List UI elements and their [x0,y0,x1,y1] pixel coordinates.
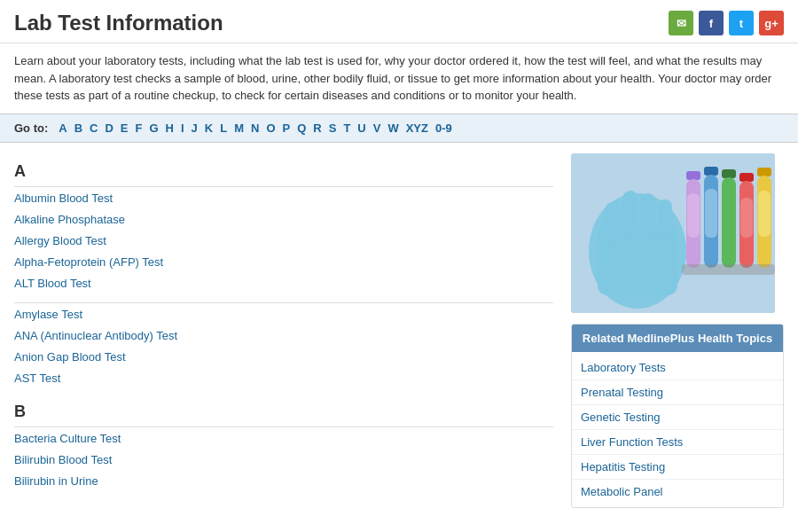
list-item: Genetic Testing [572,405,783,430]
social-icons-group: ✉ f t g+ [669,11,784,35]
related-topics-list: Laboratory Tests Prenatal Testing Geneti… [572,352,783,507]
svg-rect-14 [722,177,736,268]
page-header: Lab Test Information ✉ f t g+ [0,0,798,43]
related-link-genetic[interactable]: Genetic Testing [572,405,783,429]
related-link-liver[interactable]: Liver Function Tests [572,430,783,454]
list-item: Bilirubin in Urine [14,470,553,491]
goto-label: Go to: [14,121,48,135]
nav-letter-q[interactable]: Q [297,121,306,135]
facebook-share-button[interactable]: f [699,11,724,35]
svg-rect-12 [705,189,717,238]
list-item: AST Test [14,367,553,388]
list-item: Laboratory Tests [572,356,783,380]
list-item: Albumin Blood Test [14,187,553,208]
list-item: Alpha-Fetoprotein (AFP) Test [14,251,553,272]
nav-letter-h[interactable]: H [166,121,174,135]
list-item: ANA (Antinuclear Antibody) Test [14,325,553,346]
nav-letter-w[interactable]: W [387,121,398,135]
svg-rect-15 [739,173,754,182]
svg-rect-7 [686,171,700,180]
nav-letter-p[interactable]: P [283,121,291,135]
list-item: Anion Gap Blood Test [14,346,553,367]
alphabet-navigation: Go to: A B C D E F G H I J K L M N O P Q… [0,113,798,143]
nav-letter-j[interactable]: J [192,121,198,135]
test-link-allergy[interactable]: Allergy Blood Test [14,234,106,247]
svg-rect-18 [757,168,771,176]
nav-letter-c[interactable]: C [90,121,98,135]
nav-letter-s[interactable]: S [329,121,337,135]
related-topics-box: Related MedlinePlus Health Topics Labora… [571,324,784,508]
twitter-share-button[interactable]: t [729,11,754,35]
svg-rect-4 [622,191,638,239]
test-link-bilirubin-urine[interactable]: Bilirubin in Urine [14,474,98,488]
section-b-heading: B [14,403,553,421]
list-item: Prenatal Testing [572,380,783,405]
nav-letter-i[interactable]: I [181,121,184,135]
nav-letter-09[interactable]: 0-9 [435,121,452,135]
nav-letter-l[interactable]: L [220,121,227,135]
right-sidebar: Related MedlinePlus Health Topics Labora… [571,153,784,508]
test-link-bilirubin-blood[interactable]: Bilirubin Blood Test [14,453,112,466]
related-link-laboratory[interactable]: Laboratory Tests [572,356,783,379]
test-link-ast[interactable]: AST Test [14,372,60,385]
nav-letter-g[interactable]: G [149,121,158,135]
lab-image [571,153,775,313]
nav-letter-u[interactable]: U [357,121,365,135]
page-description: Learn about your laboratory tests, inclu… [0,43,798,113]
list-item: Amylase Test [14,303,553,325]
list-item: Liver Function Tests [572,430,783,455]
list-item: Metabolic Panel [572,480,783,504]
svg-rect-9 [687,193,700,238]
nav-letter-k[interactable]: K [205,121,213,135]
section-a-list: Albumin Blood Test Alkaline Phosphatase … [14,186,553,293]
test-link-alkaline[interactable]: Alkaline Phosphatase [14,213,125,226]
list-item: Hepatitis Testing [572,455,783,480]
section-b-list: Bacteria Culture Test Bilirubin Blood Te… [14,426,553,491]
list-item: ALT Blood Test [14,272,553,293]
nav-letter-r[interactable]: R [313,121,321,135]
test-link-bacteria[interactable]: Bacteria Culture Test [14,432,121,445]
related-topics-header: Related MedlinePlus Health Topics [572,325,783,352]
nav-letter-o[interactable]: O [266,121,275,135]
related-link-hepatitis[interactable]: Hepatitis Testing [572,455,783,479]
nav-letter-a[interactable]: A [59,121,66,135]
svg-rect-17 [740,198,753,238]
nav-letter-d[interactable]: D [105,121,113,135]
list-item: Allergy Blood Test [14,230,553,251]
main-layout: A Albumin Blood Test Alkaline Phosphatas… [0,153,798,508]
svg-rect-6 [658,200,672,240]
section-a-heading: A [14,162,553,181]
list-item: Bacteria Culture Test [14,427,553,449]
test-link-albumin[interactable]: Albumin Blood Test [14,192,113,205]
svg-rect-20 [758,191,771,237]
nav-letter-e[interactable]: E [121,121,129,135]
related-link-metabolic[interactable]: Metabolic Panel [572,480,783,504]
svg-rect-3 [605,202,621,242]
nav-letter-t[interactable]: T [343,121,350,135]
svg-rect-10 [704,167,718,176]
test-link-ana[interactable]: ANA (Antinuclear Antibody) Test [14,329,177,342]
test-link-afp[interactable]: Alpha-Fetoprotein (AFP) Test [14,255,163,269]
list-item: Alkaline Phosphatase [14,208,553,230]
list-item: Bilirubin Blood Test [14,449,553,470]
svg-rect-21 [682,264,775,275]
related-link-prenatal[interactable]: Prenatal Testing [572,380,783,404]
page-title: Lab Test Information [14,11,223,35]
googleplus-share-button[interactable]: g+ [759,11,784,35]
svg-rect-13 [722,169,736,178]
nav-letter-b[interactable]: B [74,121,82,135]
nav-letter-xyz[interactable]: XYZ [406,121,428,135]
nav-letter-m[interactable]: M [234,121,244,135]
test-link-amylase[interactable]: Amylase Test [14,308,82,321]
email-share-button[interactable]: ✉ [669,11,693,35]
nav-letter-f[interactable]: F [136,121,143,135]
test-link-anion[interactable]: Anion Gap Blood Test [14,350,126,364]
nav-letter-v[interactable]: V [373,121,381,135]
test-link-alt[interactable]: ALT Blood Test [14,277,91,290]
test-list-section: A Albumin Blood Test Alkaline Phosphatas… [14,153,553,508]
section-a-list-2: Amylase Test ANA (Antinuclear Antibody) … [14,302,553,388]
svg-rect-5 [640,193,656,239]
nav-letter-n[interactable]: N [251,121,259,135]
